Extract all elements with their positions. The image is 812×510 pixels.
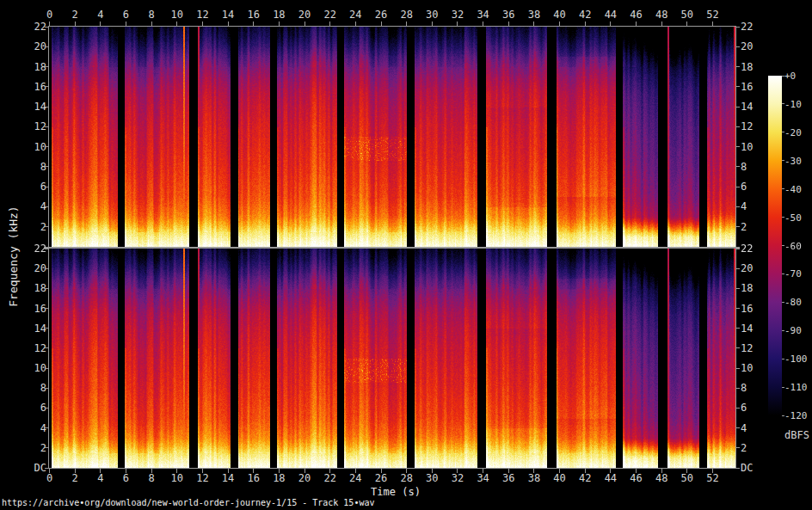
time-tick-label-bottom: 12 [196,473,208,483]
time-tick-mark-top [712,22,713,26]
colorbar-tick-label: -50 [784,212,802,222]
time-tick-label-top: 52 [706,9,718,20]
freq-tick-mark-left-ch2 [45,328,48,329]
time-tick-label-top: 24 [349,9,361,20]
time-tick-mark-bottom [661,469,662,473]
time-tick-mark-top [533,22,534,26]
colorbar-tick-mark [782,415,784,416]
y-axis-title: Frequency (kHz) [8,206,19,306]
time-tick-label-top: 22 [323,9,335,20]
time-tick-mark-bottom [355,469,356,473]
freq-tick-label-right-ch2: 8 [741,383,747,393]
time-tick-mark-top [329,22,330,26]
time-tick-label-bottom: 36 [502,473,514,483]
colorbar-tick-mark [782,160,784,161]
freq-tick-mark-right-ch2 [736,347,740,348]
time-tick-label-bottom: 34 [477,473,489,483]
freq-tick-mark-left-ch1 [45,27,48,28]
freq-tick-label-right-ch2: DC [741,463,753,473]
freq-tick-mark-left-ch1 [45,226,48,227]
freq-tick-label-right-ch1: 6 [741,181,747,192]
time-tick-mark-top [406,22,407,26]
time-tick-mark-bottom [636,469,637,473]
time-tick-mark-bottom [202,469,203,473]
time-tick-label-bottom: 6 [123,473,129,483]
colorbar-tick-label: -70 [784,269,802,279]
freq-tick-label-right-ch2: 6 [741,402,747,413]
time-tick-mark-bottom [432,469,433,473]
freq-tick-mark-right-ch1 [736,187,740,187]
time-tick-label-top: 12 [196,9,208,20]
time-tick-label-top: 34 [477,9,489,20]
colorbar-tick-mark [782,387,784,388]
colorbar-tick-mark [782,330,784,331]
time-tick-mark-top [49,22,50,26]
time-tick-label-top: 4 [97,9,103,20]
freq-tick-label-right-ch1: 2 [741,222,747,232]
time-tick-label-bottom: 48 [655,473,667,483]
colorbar-tick-mark [782,103,784,104]
freq-tick-mark-left-ch2 [45,288,48,289]
channel-divider-line [45,247,740,249]
time-tick-label-bottom: 4 [97,473,103,483]
time-tick-mark-top [202,22,203,26]
time-tick-mark-bottom [253,469,254,473]
time-tick-mark-top [636,22,637,26]
time-tick-label-bottom: 38 [528,473,540,483]
freq-tick-mark-right-ch2 [736,268,740,269]
colorbar-tick-label: -20 [784,127,802,137]
time-tick-mark-top [151,22,152,26]
freq-tick-mark-right-ch1 [736,126,740,127]
time-tick-label-top: 46 [630,9,642,20]
freq-tick-mark-left-ch2 [45,268,48,269]
time-tick-mark-top [355,22,356,26]
colorbar-tick-label: -110 [784,383,808,392]
time-tick-label-top: 14 [222,9,234,20]
time-tick-label-bottom: 32 [452,473,464,483]
colorbar-unit-label: dBFS [784,430,809,440]
time-tick-label-top: 38 [528,9,540,20]
colorbar-tick-mark [782,302,784,303]
time-tick-mark-top [432,22,433,26]
freq-tick-mark-right-ch2 [736,388,740,389]
time-tick-mark-bottom [406,469,407,473]
freq-tick-mark-left-ch1 [45,126,48,127]
colorbar-tick-label: -10 [784,99,802,108]
time-tick-label-top: 50 [681,9,693,20]
freq-tick-label-right-ch1: 20 [741,41,753,52]
freq-tick-mark-right-ch1 [736,206,740,207]
time-tick-mark-top [457,22,458,26]
time-tick-mark-top [559,22,560,26]
time-tick-label-bottom: 14 [222,473,234,483]
freq-tick-mark-left-ch1 [45,166,48,167]
time-tick-label-top: 30 [426,9,438,20]
time-tick-mark-bottom [610,469,611,473]
time-tick-mark-top [610,22,611,26]
time-tick-mark-top [253,22,254,26]
time-tick-mark-top [100,22,101,26]
time-tick-label-top: 28 [400,9,412,20]
colorbar-tick-label: -120 [784,411,808,421]
time-tick-mark-bottom [533,469,534,473]
freq-tick-mark-left-ch1 [45,86,48,87]
time-tick-label-bottom: 50 [681,473,693,483]
freq-tick-label-right-ch1: 18 [741,62,753,72]
time-tick-label-bottom: 8 [148,473,154,483]
time-tick-mark-top [381,22,382,26]
time-tick-mark-bottom [151,469,152,473]
time-tick-mark-bottom [100,469,101,473]
time-tick-label-top: 48 [655,9,667,20]
freq-tick-mark-right-ch1 [736,146,740,147]
freq-tick-label-right-ch2: 20 [741,263,753,273]
freq-tick-label-right-ch2: 22 [741,243,753,254]
time-tick-mark-bottom [559,469,560,473]
time-tick-label-bottom: 52 [706,473,718,483]
time-tick-mark-top [304,22,305,26]
time-tick-label-top: 44 [605,9,617,20]
freq-tick-mark-left-ch1 [45,66,48,67]
x-axis-title: Time (s) [371,487,421,497]
colorbar-tick-label: -60 [784,241,802,250]
freq-tick-mark-left-ch2 [45,308,48,309]
time-tick-mark-bottom [686,469,687,473]
freq-tick-mark-right-ch1 [736,226,740,227]
